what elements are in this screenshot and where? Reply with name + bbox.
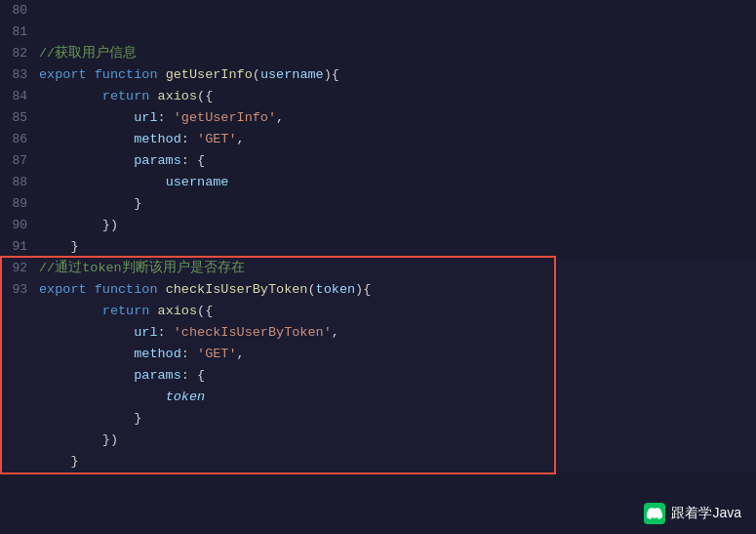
code-line: 88 username <box>0 172 756 193</box>
code-line: 92//通过token判断该用户是否存在 <box>0 258 756 279</box>
punc-token <box>39 153 134 168</box>
line-content: } <box>39 236 79 258</box>
punc-token <box>39 175 166 189</box>
line-number: 86 <box>0 129 39 150</box>
line-content: token <box>39 387 205 408</box>
line-content: params: { <box>39 150 205 172</box>
line-number: 93 <box>0 279 39 301</box>
code-line: 83export function getUserInfo(username){ <box>0 64 756 86</box>
kw-token: function <box>95 67 158 82</box>
str-token: 'GET' <box>197 132 237 146</box>
line-content: return axios({ <box>39 301 213 322</box>
punc-token: : <box>181 132 197 146</box>
punc-token: : { <box>181 153 205 168</box>
punc-token: ){ <box>324 67 339 82</box>
line-content: } <box>39 408 141 430</box>
str-token: 'getUserInfo' <box>174 110 276 125</box>
line-content: } <box>39 451 79 472</box>
line-content: //通过token判断该用户是否存在 <box>39 258 245 279</box>
code-area: 808182//获取用户信息83export function getUserI… <box>0 0 756 485</box>
punc-token: , <box>237 347 245 361</box>
line-number: 92 <box>0 258 39 279</box>
line-content: //获取用户信息 <box>39 43 137 64</box>
punc-token: ({ <box>197 304 213 318</box>
punc-token <box>39 110 134 125</box>
punc-token: , <box>276 110 284 125</box>
prop-token: params <box>134 153 181 168</box>
code-line: 93export function checkIsUserByToken(tok… <box>0 279 756 301</box>
code-line: params: { <box>0 365 756 387</box>
code-line: 84 return axios({ <box>0 86 756 107</box>
punc-token: ({ <box>197 89 213 103</box>
kw-token: return <box>102 89 150 103</box>
line-content: method: 'GET', <box>39 344 245 365</box>
line-number: 80 <box>0 0 39 21</box>
prop-token: method <box>134 347 181 361</box>
code-line: url: 'checkIsUserByToken', <box>0 322 756 344</box>
line-content: username <box>39 172 228 193</box>
punc-token: }) <box>39 218 118 232</box>
code-line: 89 } <box>0 193 756 215</box>
punc-token <box>158 282 166 297</box>
punc-token <box>39 132 134 146</box>
kw-token: function <box>95 282 158 297</box>
watermark-icon <box>644 503 665 524</box>
punc-token: } <box>39 411 141 426</box>
line-number: 88 <box>0 172 39 193</box>
line-number: 90 <box>0 215 39 236</box>
line-content: url: 'checkIsUserByToken', <box>39 322 339 344</box>
punc-token: } <box>39 239 79 254</box>
punc-token <box>158 67 166 82</box>
line-number: 81 <box>0 21 39 43</box>
prop-token: url <box>134 110 157 125</box>
punc-token: : { <box>181 368 205 383</box>
italic-param-token: token <box>166 390 206 404</box>
line-content: export function checkIsUserByToken(token… <box>39 279 371 301</box>
punc-token: : <box>158 325 174 340</box>
param-token: username <box>260 67 324 82</box>
fn-token: getUserInfo <box>166 67 253 82</box>
punc-token: : <box>158 110 174 125</box>
line-content: } <box>39 193 141 215</box>
line-number: 85 <box>0 107 39 129</box>
punc-token <box>39 304 102 318</box>
code-line: 87 params: { <box>0 150 756 172</box>
code-line: return axios({ <box>0 301 756 322</box>
code-line: 81 <box>0 21 756 43</box>
code-line: }) <box>0 430 756 451</box>
prop-token: url <box>134 325 157 340</box>
prop-token: params <box>134 368 181 383</box>
line-number: 84 <box>0 86 39 107</box>
code-line: 80 <box>0 0 756 21</box>
punc-token <box>87 67 95 82</box>
kw-token: export <box>39 67 87 82</box>
param-token: token <box>316 282 356 297</box>
fn-token: axios <box>158 304 198 318</box>
code-line: } <box>0 408 756 430</box>
fn-token: checkIsUserByToken <box>166 282 308 297</box>
punc-token: }) <box>39 432 118 447</box>
code-line: 82//获取用户信息 <box>0 43 756 64</box>
code-line: 86 method: 'GET', <box>0 129 756 150</box>
code-line: 90 }) <box>0 215 756 236</box>
line-content: method: 'GET', <box>39 129 245 150</box>
code-line: method: 'GET', <box>0 344 756 365</box>
watermark-text: 跟着学Java <box>671 505 741 522</box>
punc-token <box>39 325 134 340</box>
punc-token: } <box>39 196 141 211</box>
str-token: 'GET' <box>197 347 237 361</box>
punc-token: , <box>332 325 339 340</box>
line-content: url: 'getUserInfo', <box>39 107 284 129</box>
punc-token: } <box>39 454 79 469</box>
line-content: export function getUserInfo(username){ <box>39 64 339 86</box>
param-token: username <box>166 175 229 189</box>
punc-token <box>39 347 134 361</box>
watermark: 跟着学Java <box>644 503 741 524</box>
prop-token: method <box>134 132 181 146</box>
line-content: params: { <box>39 365 205 387</box>
punc-token: : <box>181 347 197 361</box>
line-number: 91 <box>0 236 39 258</box>
punc-token <box>87 282 95 297</box>
comment-token: //获取用户信息 <box>39 46 137 61</box>
punc-token <box>149 304 157 318</box>
